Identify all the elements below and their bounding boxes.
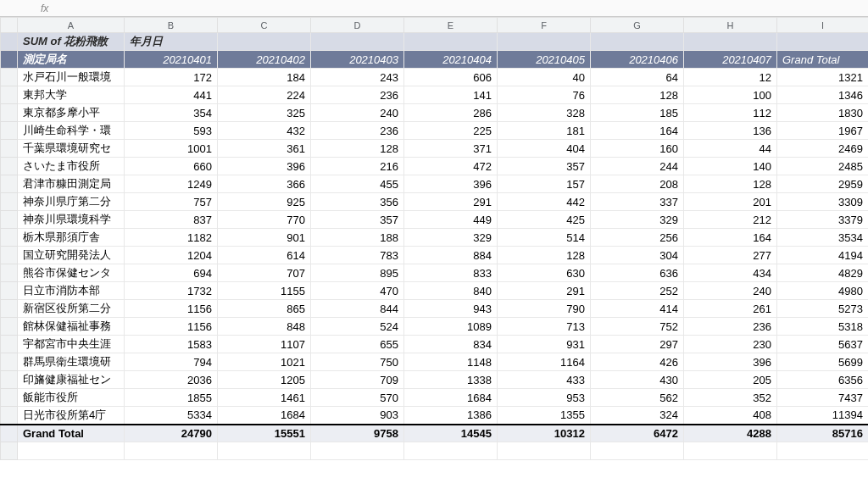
data-cell: 361 (218, 140, 311, 158)
row-header[interactable] (1, 51, 18, 69)
row-header[interactable] (1, 247, 18, 264)
data-cell: 3534 (777, 229, 869, 247)
row-header[interactable] (1, 175, 18, 193)
table-row[interactable]: 東邦大学441224236141761281001346 (1, 86, 869, 104)
empty-cell[interactable] (777, 442, 869, 460)
data-cell: 1684 (404, 389, 498, 407)
table-row[interactable]: 印旛健康福祉セン2036120570913384334302056356 (1, 371, 869, 389)
empty-cell[interactable] (498, 442, 591, 460)
data-cell: 136 (684, 122, 777, 140)
table-row[interactable]: 日立市消防本部173211554708402912522404980 (1, 282, 869, 300)
data-cell: 434 (684, 264, 777, 282)
row-header[interactable] (1, 425, 18, 442)
col-header[interactable]: I (777, 18, 869, 33)
row-header[interactable] (1, 300, 18, 318)
table-row[interactable]: 熊谷市保健センタ6947078958336306364344829 (1, 264, 869, 282)
row-header[interactable] (1, 318, 18, 336)
data-cell: 201 (684, 193, 777, 211)
row-header[interactable] (1, 104, 18, 122)
row-header[interactable] (1, 264, 18, 282)
table-row[interactable]: 国立研究開発法人12046147838841283042774194 (1, 247, 869, 264)
data-cell: 837 (125, 211, 218, 229)
data-cell: 925 (218, 193, 311, 211)
data-cell: 408 (684, 407, 777, 425)
data-cell: 694 (125, 264, 218, 282)
data-cell: 449 (404, 211, 498, 229)
empty-cell[interactable] (311, 442, 404, 460)
row-header[interactable] (1, 158, 18, 175)
table-row[interactable]: 神奈川県環境科学8377703574494253292123379 (1, 211, 869, 229)
data-cell: 1346 (777, 86, 869, 104)
corner-cell[interactable] (1, 18, 18, 33)
data-cell: 252 (591, 282, 684, 300)
row-header[interactable] (1, 69, 18, 86)
table-row[interactable]: 新宿区役所第二分11568658449437904142615273 (1, 300, 869, 318)
fx-label: fx (41, 3, 48, 14)
col-header[interactable]: F (498, 18, 591, 33)
pivot-rowfield-label: 測定局名 (18, 51, 125, 69)
empty-cell[interactable] (218, 442, 311, 460)
col-header[interactable]: H (684, 18, 777, 33)
data-cell: 593 (125, 122, 218, 140)
grand-total-row[interactable]: Grand Total24790155519758145451031264724… (1, 425, 869, 442)
table-row[interactable]: 東京都多摩小平3543252402863281851121830 (1, 104, 869, 122)
spreadsheet-grid[interactable]: A B C D E F G H I SUM of 花粉飛散年月日測定局名2021… (0, 17, 868, 460)
table-row[interactable]: 栃木県那須庁舎11829011883295142561643534 (1, 229, 869, 247)
table-row[interactable]: 飯能市役所1855146157016849535623527437 (1, 389, 869, 407)
row-header[interactable] (1, 389, 18, 407)
row-header[interactable] (1, 211, 18, 229)
table-row[interactable]: 日光市役所第4庁533416849031386135532440811394 (1, 407, 869, 425)
table-row[interactable]: 水戸石川一般環境1721842436064064121321 (1, 69, 869, 86)
column-header-row[interactable]: A B C D E F G H I (1, 18, 869, 33)
data-cell: 141 (404, 86, 498, 104)
table-row[interactable]: 君津市糠田測定局12493664553961572081282959 (1, 175, 869, 193)
data-cell: 2959 (777, 175, 869, 193)
row-header[interactable] (1, 282, 18, 300)
table-row[interactable]: さいたま市役所6603962164723572441402485 (1, 158, 869, 175)
grand-total-cell: 15551 (218, 425, 311, 442)
col-header[interactable]: D (311, 18, 404, 33)
data-cell: 286 (404, 104, 498, 122)
col-header[interactable]: G (591, 18, 684, 33)
data-cell: 140 (684, 158, 777, 175)
data-cell: 757 (125, 193, 218, 211)
formula-bar[interactable]: fx (0, 0, 868, 17)
data-cell: 1461 (218, 389, 311, 407)
empty-cell[interactable] (591, 442, 684, 460)
table-row[interactable]: 神奈川県庁第二分7579253562914423372013309 (1, 193, 869, 211)
empty-cell[interactable] (684, 442, 777, 460)
data-cell: 4829 (777, 264, 869, 282)
row-header[interactable] (1, 140, 18, 158)
row-header[interactable] (1, 229, 18, 247)
table-row[interactable]: 宇都宮市中央生涯158311076558349312972305637 (1, 336, 869, 353)
data-cell: 5637 (777, 336, 869, 353)
empty-cell (311, 33, 404, 51)
col-header[interactable]: A (18, 18, 125, 33)
table-row[interactable]: 群馬県衛生環境研7941021750114811644263965699 (1, 353, 869, 371)
data-cell: 236 (311, 122, 404, 140)
row-header[interactable] (1, 193, 18, 211)
row-header[interactable] (1, 353, 18, 371)
row-header[interactable] (1, 371, 18, 389)
row-header[interactable] (1, 122, 18, 140)
row-header[interactable] (1, 33, 18, 51)
empty-cell[interactable] (125, 442, 218, 460)
data-cell: 6356 (777, 371, 869, 389)
data-cell: 752 (591, 318, 684, 336)
data-cell: 570 (311, 389, 404, 407)
row-header[interactable] (1, 336, 18, 353)
row-header[interactable] (1, 442, 18, 460)
col-header[interactable]: E (404, 18, 498, 33)
row-header[interactable] (1, 407, 18, 425)
col-header[interactable]: B (125, 18, 218, 33)
table-row[interactable]: 館林保健福祉事務115684852410897137522365318 (1, 318, 869, 336)
data-cell: 441 (125, 86, 218, 104)
col-header[interactable]: C (218, 18, 311, 33)
data-cell: 5273 (777, 300, 869, 318)
row-header[interactable] (1, 86, 18, 104)
empty-cell (591, 33, 684, 51)
empty-cell[interactable] (18, 442, 125, 460)
empty-cell[interactable] (404, 442, 498, 460)
table-row[interactable]: 川崎生命科学・環5934322362251811641361967 (1, 122, 869, 140)
table-row[interactable]: 千葉県環境研究セ1001361128371404160442469 (1, 140, 869, 158)
